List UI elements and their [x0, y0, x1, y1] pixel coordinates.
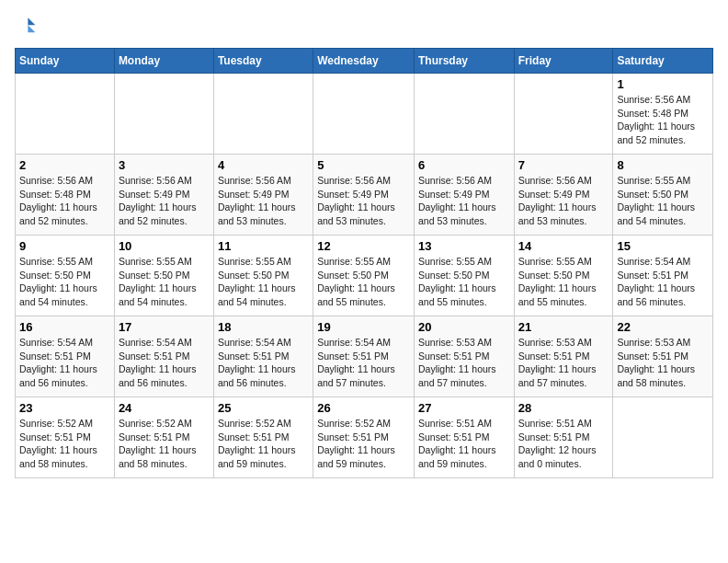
column-header-tuesday: Tuesday [213, 49, 313, 74]
calendar-cell: 15Sunrise: 5:54 AM Sunset: 5:51 PM Dayli… [613, 236, 713, 316]
calendar-cell: 9Sunrise: 5:55 AM Sunset: 5:50 PM Daylig… [16, 236, 115, 316]
day-info: Sunrise: 5:56 AM Sunset: 5:48 PM Dayligh… [617, 93, 709, 147]
day-info: Sunrise: 5:51 AM Sunset: 5:51 PM Dayligh… [518, 417, 609, 471]
calendar-cell [16, 74, 115, 155]
day-number: 10 [119, 239, 210, 253]
calendar-cell: 24Sunrise: 5:52 AM Sunset: 5:51 PM Dayli… [114, 397, 213, 478]
calendar-cell [213, 74, 313, 155]
day-number: 2 [19, 158, 110, 172]
day-info: Sunrise: 5:52 AM Sunset: 5:51 PM Dayligh… [119, 417, 210, 471]
column-header-wednesday: Wednesday [313, 49, 415, 74]
calendar-cell [414, 74, 514, 155]
day-number: 15 [617, 239, 709, 253]
day-info: Sunrise: 5:55 AM Sunset: 5:50 PM Dayligh… [218, 255, 309, 309]
column-header-monday: Monday [114, 49, 213, 74]
day-number: 9 [19, 239, 110, 253]
calendar-cell: 12Sunrise: 5:55 AM Sunset: 5:50 PM Dayli… [313, 236, 415, 316]
day-number: 28 [518, 401, 609, 415]
calendar-cell: 13Sunrise: 5:55 AM Sunset: 5:50 PM Dayli… [414, 236, 514, 316]
day-number: 18 [218, 320, 309, 334]
day-number: 14 [518, 239, 609, 253]
calendar-header-row: SundayMondayTuesdayWednesdayThursdayFrid… [16, 49, 713, 74]
logo-icon [15, 15, 37, 37]
column-header-sunday: Sunday [16, 49, 115, 74]
svg-marker-1 [28, 25, 35, 32]
day-info: Sunrise: 5:52 AM Sunset: 5:51 PM Dayligh… [218, 417, 309, 471]
calendar-cell: 21Sunrise: 5:53 AM Sunset: 5:51 PM Dayli… [514, 316, 613, 397]
calendar-cell: 6Sunrise: 5:56 AM Sunset: 5:49 PM Daylig… [414, 155, 514, 236]
calendar-cell [613, 397, 713, 478]
day-number: 27 [418, 401, 510, 415]
calendar-week-4: 16Sunrise: 5:54 AM Sunset: 5:51 PM Dayli… [16, 316, 713, 397]
day-info: Sunrise: 5:53 AM Sunset: 5:51 PM Dayligh… [518, 336, 609, 390]
day-number: 12 [317, 239, 410, 253]
calendar-week-1: 1Sunrise: 5:56 AM Sunset: 5:48 PM Daylig… [16, 74, 713, 155]
day-number: 20 [418, 320, 510, 334]
calendar-cell: 20Sunrise: 5:53 AM Sunset: 5:51 PM Dayli… [414, 316, 514, 397]
column-header-friday: Friday [514, 49, 613, 74]
day-number: 21 [518, 320, 609, 334]
calendar-table: SundayMondayTuesdayWednesdayThursdayFrid… [15, 48, 713, 478]
calendar-cell: 4Sunrise: 5:56 AM Sunset: 5:49 PM Daylig… [213, 155, 313, 236]
calendar-cell [114, 74, 213, 155]
day-info: Sunrise: 5:53 AM Sunset: 5:51 PM Dayligh… [617, 336, 709, 390]
day-info: Sunrise: 5:52 AM Sunset: 5:51 PM Dayligh… [19, 417, 110, 471]
calendar-cell: 14Sunrise: 5:55 AM Sunset: 5:50 PM Dayli… [514, 236, 613, 316]
day-number: 19 [317, 320, 410, 334]
day-info: Sunrise: 5:56 AM Sunset: 5:49 PM Dayligh… [518, 174, 609, 228]
day-number: 25 [218, 401, 309, 415]
day-number: 7 [518, 158, 609, 172]
column-header-thursday: Thursday [414, 49, 514, 74]
day-number: 8 [617, 158, 709, 172]
calendar-week-2: 2Sunrise: 5:56 AM Sunset: 5:48 PM Daylig… [16, 155, 713, 236]
day-number: 3 [119, 158, 210, 172]
calendar-cell: 5Sunrise: 5:56 AM Sunset: 5:49 PM Daylig… [313, 155, 415, 236]
calendar-cell [313, 74, 415, 155]
day-info: Sunrise: 5:54 AM Sunset: 5:51 PM Dayligh… [19, 336, 110, 390]
svg-marker-0 [28, 17, 35, 25]
day-info: Sunrise: 5:56 AM Sunset: 5:49 PM Dayligh… [317, 174, 410, 228]
day-info: Sunrise: 5:54 AM Sunset: 5:51 PM Dayligh… [218, 336, 309, 390]
calendar-cell: 18Sunrise: 5:54 AM Sunset: 5:51 PM Dayli… [213, 316, 313, 397]
calendar-cell: 17Sunrise: 5:54 AM Sunset: 5:51 PM Dayli… [114, 316, 213, 397]
day-number: 4 [218, 158, 309, 172]
calendar-cell: 27Sunrise: 5:51 AM Sunset: 5:51 PM Dayli… [414, 397, 514, 478]
calendar-cell [514, 74, 613, 155]
calendar-cell: 25Sunrise: 5:52 AM Sunset: 5:51 PM Dayli… [213, 397, 313, 478]
day-number: 11 [218, 239, 309, 253]
column-header-saturday: Saturday [613, 49, 713, 74]
calendar-cell: 22Sunrise: 5:53 AM Sunset: 5:51 PM Dayli… [613, 316, 713, 397]
calendar-cell: 8Sunrise: 5:55 AM Sunset: 5:50 PM Daylig… [613, 155, 713, 236]
day-info: Sunrise: 5:55 AM Sunset: 5:50 PM Dayligh… [617, 174, 709, 228]
day-info: Sunrise: 5:55 AM Sunset: 5:50 PM Dayligh… [19, 255, 110, 309]
day-info: Sunrise: 5:53 AM Sunset: 5:51 PM Dayligh… [418, 336, 510, 390]
calendar-week-5: 23Sunrise: 5:52 AM Sunset: 5:51 PM Dayli… [16, 397, 713, 478]
day-number: 1 [617, 77, 709, 91]
day-number: 5 [317, 158, 410, 172]
calendar-cell: 11Sunrise: 5:55 AM Sunset: 5:50 PM Dayli… [213, 236, 313, 316]
day-number: 24 [119, 401, 210, 415]
calendar-week-3: 9Sunrise: 5:55 AM Sunset: 5:50 PM Daylig… [16, 236, 713, 316]
day-info: Sunrise: 5:55 AM Sunset: 5:50 PM Dayligh… [518, 255, 609, 309]
day-number: 17 [119, 320, 210, 334]
day-number: 13 [418, 239, 510, 253]
day-info: Sunrise: 5:51 AM Sunset: 5:51 PM Dayligh… [418, 417, 510, 471]
calendar-cell: 26Sunrise: 5:52 AM Sunset: 5:51 PM Dayli… [313, 397, 415, 478]
day-info: Sunrise: 5:56 AM Sunset: 5:48 PM Dayligh… [19, 174, 110, 228]
day-info: Sunrise: 5:54 AM Sunset: 5:51 PM Dayligh… [119, 336, 210, 390]
day-number: 16 [19, 320, 110, 334]
calendar-cell: 19Sunrise: 5:54 AM Sunset: 5:51 PM Dayli… [313, 316, 415, 397]
day-number: 23 [19, 401, 110, 415]
day-info: Sunrise: 5:55 AM Sunset: 5:50 PM Dayligh… [317, 255, 410, 309]
calendar-cell: 2Sunrise: 5:56 AM Sunset: 5:48 PM Daylig… [16, 155, 115, 236]
day-info: Sunrise: 5:55 AM Sunset: 5:50 PM Dayligh… [119, 255, 210, 309]
calendar-cell: 10Sunrise: 5:55 AM Sunset: 5:50 PM Dayli… [114, 236, 213, 316]
calendar-cell: 7Sunrise: 5:56 AM Sunset: 5:49 PM Daylig… [514, 155, 613, 236]
day-info: Sunrise: 5:56 AM Sunset: 5:49 PM Dayligh… [418, 174, 510, 228]
day-info: Sunrise: 5:54 AM Sunset: 5:51 PM Dayligh… [317, 336, 410, 390]
calendar-cell: 1Sunrise: 5:56 AM Sunset: 5:48 PM Daylig… [613, 74, 713, 155]
calendar-cell: 3Sunrise: 5:56 AM Sunset: 5:49 PM Daylig… [114, 155, 213, 236]
logo [15, 15, 39, 37]
day-info: Sunrise: 5:56 AM Sunset: 5:49 PM Dayligh… [218, 174, 309, 228]
day-info: Sunrise: 5:52 AM Sunset: 5:51 PM Dayligh… [317, 417, 410, 471]
